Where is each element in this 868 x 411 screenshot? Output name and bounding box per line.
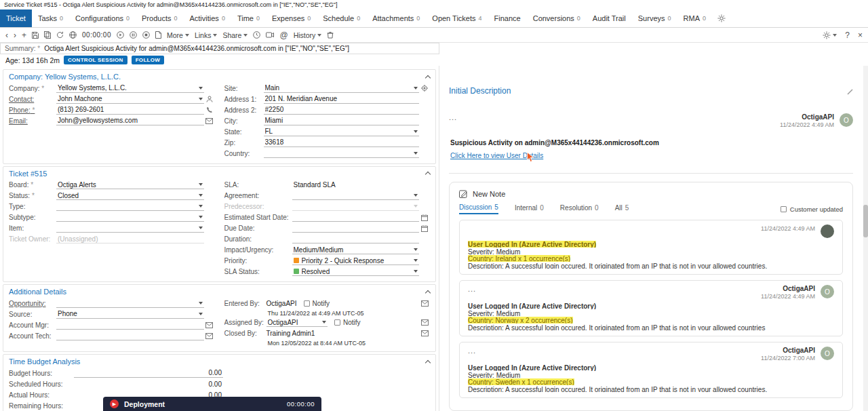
state-select[interactable]: FL (264, 128, 420, 136)
source-select[interactable]: Phone (56, 310, 204, 319)
delete-icon[interactable] (327, 31, 334, 39)
customer-updated-checkbox[interactable] (781, 206, 787, 212)
scrollbar-thumb[interactable] (863, 205, 868, 237)
help-icon[interactable]: ? (845, 31, 850, 40)
assigned-by-select[interactable]: OctigaAPI (267, 318, 328, 327)
tab-schedule[interactable]: Schedule0 (317, 9, 366, 27)
history-menu[interactable]: History (294, 31, 322, 39)
sla-status-select[interactable]: Resolved (292, 267, 420, 276)
due-date-input[interactable] (292, 224, 420, 233)
tab-discussion[interactable]: Discussion5 (459, 203, 498, 214)
chevron-down-icon[interactable] (199, 302, 203, 305)
clock-icon[interactable] (253, 31, 260, 39)
document-icon[interactable] (155, 31, 161, 39)
tab-conversions[interactable]: Conversions0 (527, 9, 587, 27)
site-select[interactable]: Main (264, 84, 420, 93)
chevron-down-icon[interactable] (414, 248, 418, 251)
opportunity-select[interactable] (56, 299, 204, 308)
tab-activities[interactable]: Activities0 (183, 9, 231, 27)
contact-label[interactable]: Contact: (9, 96, 56, 103)
chevron-down-icon[interactable] (199, 205, 203, 208)
estimated-start-date-input[interactable] (292, 213, 420, 222)
address2-input[interactable]: #2250 (264, 106, 420, 115)
tab-open-tickets[interactable]: Open Tickets4 (426, 9, 488, 27)
company-select[interactable]: Yellow Systems, L.L.C. (56, 84, 204, 93)
summary-input[interactable]: Octiga Alert Suspicious Activity for adm… (44, 45, 349, 52)
share-menu[interactable]: Share (222, 31, 248, 39)
tab-expenses[interactable]: Expenses0 (266, 9, 317, 27)
chevron-down-icon[interactable] (414, 87, 418, 90)
board-select[interactable]: Octiga Alerts (56, 180, 204, 189)
chevron-down-icon[interactable] (199, 87, 203, 90)
envelope-icon[interactable] (419, 319, 430, 326)
account-tech-field[interactable] (56, 332, 204, 340)
more-menu[interactable]: More (167, 31, 189, 39)
phone-icon[interactable] (204, 106, 215, 113)
tab-configurations[interactable]: Configurations0 (69, 9, 136, 27)
tab-tasks[interactable]: Tasks0 (32, 9, 69, 27)
tab-all[interactable]: All5 (615, 204, 629, 214)
save-icon[interactable] (32, 32, 39, 39)
new-ticket-icon[interactable]: + (22, 31, 26, 40)
chevron-down-icon[interactable] (414, 270, 418, 273)
links-menu[interactable]: Links (195, 31, 218, 39)
ticket-section-title[interactable]: Ticket #515 (9, 170, 47, 178)
calendar-icon[interactable] (419, 225, 430, 232)
envelope-icon[interactable] (204, 333, 215, 339)
copy-icon[interactable] (44, 31, 51, 39)
city-input[interactable]: Miami (264, 117, 420, 125)
chevron-down-icon[interactable] (322, 321, 326, 324)
phone-label[interactable]: Phone: (9, 106, 56, 114)
close-icon[interactable]: × (858, 31, 863, 40)
tab-surveys[interactable]: Surveys0 (632, 9, 677, 27)
notify-checkbox[interactable] (304, 300, 310, 307)
pause-timer-icon[interactable] (130, 31, 137, 39)
email-input[interactable]: John@yellowsystems.com (56, 117, 204, 125)
forward-icon[interactable]: › (14, 31, 16, 40)
country-select[interactable] (264, 149, 420, 158)
avatar[interactable] (821, 224, 834, 238)
chevron-down-icon[interactable] (199, 98, 203, 100)
impact-urgency-select[interactable]: Medium/Medium (292, 246, 420, 254)
play-icon[interactable]: ▶ (110, 399, 119, 408)
control-session-button[interactable]: CONTROL SESSION (64, 56, 127, 64)
tab-attachments[interactable]: Attachments0 (366, 9, 426, 27)
tab-audit-trail[interactable]: Audit Trail (587, 9, 632, 27)
tab-finance[interactable]: Finance (488, 9, 527, 27)
agreement-select[interactable] (292, 191, 420, 200)
site-target-icon[interactable] (419, 85, 430, 92)
time-budget-title[interactable]: Time Budget Analysis (9, 357, 80, 366)
collapsed-content-toggle[interactable]: ... (468, 347, 477, 355)
chevron-down-icon[interactable] (199, 313, 203, 315)
priority-select[interactable]: Priority 2 - Quick Response (292, 256, 420, 265)
chevron-down-icon[interactable] (199, 183, 203, 186)
tab-internal[interactable]: Internal0 (515, 204, 544, 214)
collapse-icon[interactable] (425, 75, 431, 80)
collapsed-content-toggle[interactable]: ... (468, 285, 477, 293)
collapse-icon[interactable] (425, 290, 431, 295)
refresh-icon[interactable] (56, 31, 64, 39)
calendar-icon[interactable] (419, 214, 430, 221)
type-select[interactable] (56, 202, 204, 211)
email-icon[interactable]: @ (279, 31, 288, 40)
person-icon[interactable] (204, 96, 215, 102)
status-select[interactable]: Closed (56, 191, 204, 200)
notify-checkbox[interactable] (334, 319, 340, 326)
envelope-icon[interactable] (204, 118, 215, 124)
tab-rma[interactable]: RMA0 (677, 9, 712, 27)
follow-button[interactable]: FOLLOW (132, 56, 164, 64)
tab-settings-gear-icon[interactable] (712, 9, 731, 27)
scrollbar[interactable] (863, 66, 868, 411)
pencil-icon[interactable] (847, 89, 853, 95)
company-section-title[interactable]: Company: Yellow Systems, L.L.C. (9, 73, 121, 81)
new-note-button[interactable]: New Note (459, 188, 843, 202)
stop-timer-icon[interactable] (142, 31, 150, 39)
start-timer-icon[interactable] (117, 31, 124, 39)
collapse-icon[interactable] (425, 172, 431, 177)
email-label[interactable]: Email: (9, 117, 56, 125)
account-mgr-field[interactable] (56, 321, 204, 330)
avatar[interactable]: O (821, 285, 834, 298)
duration-input[interactable] (292, 235, 420, 243)
media-player-bar[interactable]: ▶ Deployment 00:00:00 (103, 397, 321, 411)
chevron-down-icon[interactable] (414, 130, 418, 133)
